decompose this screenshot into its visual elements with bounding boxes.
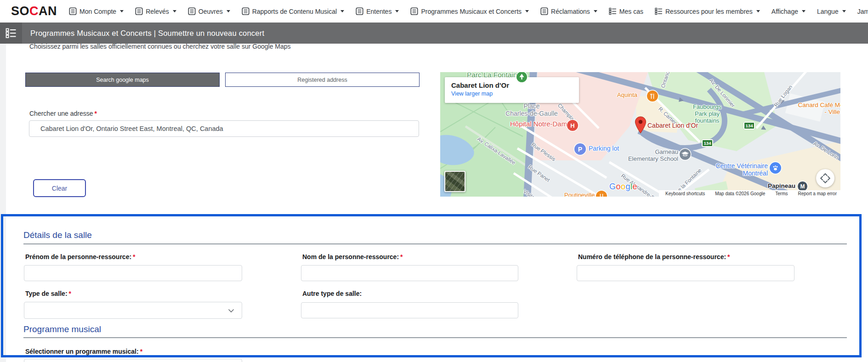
clear-button[interactable]: Clear [33, 179, 86, 197]
journal-icon [188, 7, 196, 15]
nav-menu: Mon Compte Relevés Oeuvres Rapports de C… [69, 7, 868, 15]
terms-link[interactable]: Terms [775, 191, 788, 196]
map-label-aquinta: Aquinta [617, 91, 637, 98]
map-label-cabaret-lion-dor: Cabaret Lion d'Or [647, 122, 698, 129]
first-name-input[interactable] [24, 265, 242, 281]
keyboard-shortcuts-link[interactable]: Keyboard shortcuts [665, 191, 705, 196]
caret-down-icon [525, 10, 529, 12]
venue-type-label: Type de salle:* [25, 290, 71, 297]
page: SOCAN Mon Compte Relevés Oeuvres Rapport… [0, 0, 868, 362]
caret-down-icon [756, 10, 760, 12]
venue-instruction: Choisissez parmi les salles officielleme… [29, 43, 291, 50]
nav-item-reclamations[interactable]: Réclamations [540, 7, 597, 15]
list-task-icon [609, 7, 617, 15]
map-label-poutineville: Poutineville [564, 192, 595, 197]
section-heading-musical-program: Programme musical [23, 324, 101, 334]
journal-icon [540, 7, 548, 15]
caret-down-icon [802, 10, 806, 12]
nav-item-releves[interactable]: Relevés [135, 7, 176, 15]
map-label-parking-lot: Parking lot [589, 145, 619, 152]
list-task-icon [6, 28, 17, 39]
map-marker-pin[interactable] [635, 116, 647, 136]
caret-down-icon [173, 10, 176, 12]
restaurant-icon [647, 90, 658, 102]
select-program-input[interactable] [24, 359, 242, 362]
map-label-canard-cafe: Canard Café Mon - Ville M [792, 102, 840, 115]
google-watermark: Google [609, 182, 637, 192]
required-asterisk: * [95, 110, 97, 117]
search-google-maps-button[interactable]: Search google maps [25, 73, 220, 87]
nav-item-oeuvres[interactable]: Oeuvres [188, 7, 230, 15]
map-info-window: Cabaret Lion d'Or View larger map [445, 77, 579, 103]
select-program-label: Sélectionner un programme musical:* [25, 348, 142, 355]
map-label-faubourgs-park: Faubourgs Park play fountains [690, 103, 725, 124]
map-label-hopital-notre-dame: Hôpital Notre-Dame [510, 120, 571, 128]
nav-item-ententes[interactable]: Ententes [356, 7, 399, 15]
journal-icon [69, 7, 77, 15]
journal-icon [135, 7, 143, 15]
veterinary-icon [770, 162, 781, 174]
required-asterisk: * [400, 253, 403, 260]
phone-label: Numéro de téléphone de la personne-resso… [578, 253, 730, 260]
route-134-shield: 134 [702, 139, 713, 147]
page-header-bar: Programmes Musicaux et Concerts | Soumet… [0, 23, 868, 44]
highlight-overlay [1, 214, 862, 357]
hospital-icon: H [567, 120, 578, 131]
pan-arrows-icon [819, 172, 831, 184]
info-window-title: Cabaret Lion d'Or [451, 81, 573, 89]
nav-item-user-james[interactable]: James [857, 8, 868, 15]
page-title: Programmes Musicaux et Concerts | Soumet… [30, 23, 264, 44]
nav-item-ressources-membres[interactable]: Ressources pour les membres [655, 7, 760, 15]
caret-down-icon [227, 10, 230, 12]
map-label-place-charles-de-gaulle: Place Charles-de-Gaulle [505, 102, 559, 117]
venue-type-select[interactable] [24, 302, 242, 319]
first-name-label: Prénom de la personne-ressource:* [25, 253, 136, 260]
caret-down-icon [594, 10, 597, 12]
list-task-icon-box [0, 23, 22, 44]
google-map[interactable]: Parc La Fontaine Place Charles-de-Gaulle… [440, 72, 840, 197]
nav-item-affichage[interactable]: Affichage [772, 8, 806, 15]
top-navbar: SOCAN Mon Compte Relevés Oeuvres Rapport… [0, 0, 868, 23]
metro-icon: M [798, 181, 807, 191]
required-asterisk: * [69, 290, 71, 297]
satellite-view-toggle[interactable] [444, 171, 465, 192]
view-larger-map-link[interactable]: View larger map [451, 90, 573, 97]
map-pan-control[interactable] [816, 169, 834, 187]
nav-item-programmes-concerts[interactable]: Programmes Musicaux et Concerts [410, 7, 529, 15]
socan-logo[interactable]: SOCAN [11, 4, 57, 18]
registered-address-button[interactable]: Registered address [225, 73, 420, 87]
left-gutter [0, 44, 6, 362]
caret-down-icon [842, 10, 846, 12]
map-label-papineau: Papineau [768, 182, 795, 189]
parking-icon: P [574, 143, 586, 155]
route-134-shield: 134 [743, 122, 755, 130]
section-divider [23, 243, 847, 244]
list-task-icon [655, 7, 663, 15]
caret-down-icon [395, 10, 399, 12]
map-label-garneau-school: Garneau Elementary School [624, 148, 678, 162]
phone-input[interactable] [577, 265, 794, 281]
chevron-down-icon [228, 309, 234, 313]
nav-item-rapports[interactable]: Rapports de Contenu Musical [242, 7, 344, 15]
caret-down-icon [120, 10, 124, 12]
last-name-label: Nom de la personne-ressource:* [302, 253, 403, 260]
address-search-label: Chercher une adresse* [29, 110, 97, 117]
park-tree-icon [516, 72, 527, 82]
section-heading-venue-details: Détails de la salle [23, 230, 92, 240]
other-venue-type-label: Autre type de salle: [302, 290, 362, 297]
map-label-centre-veterinaire: Centre Vétérinaire Montréal [698, 162, 768, 177]
other-venue-type-input[interactable] [301, 302, 518, 318]
nav-item-mes-cas[interactable]: Mes cas [609, 7, 643, 15]
map-data-text: Map data ©2026 Google [715, 191, 765, 196]
nav-item-mon-compte[interactable]: Mon Compte [69, 7, 124, 15]
report-map-error-link[interactable]: Report a map error [798, 191, 837, 196]
journal-icon [242, 7, 250, 15]
school-icon [680, 149, 691, 160]
required-asterisk: * [727, 253, 730, 260]
section-divider [23, 337, 847, 338]
nav-item-langue[interactable]: Langue [817, 8, 846, 15]
last-name-input[interactable] [301, 265, 518, 281]
journal-icon [410, 7, 418, 15]
journal-icon [356, 7, 363, 15]
address-search-input[interactable] [29, 120, 419, 137]
